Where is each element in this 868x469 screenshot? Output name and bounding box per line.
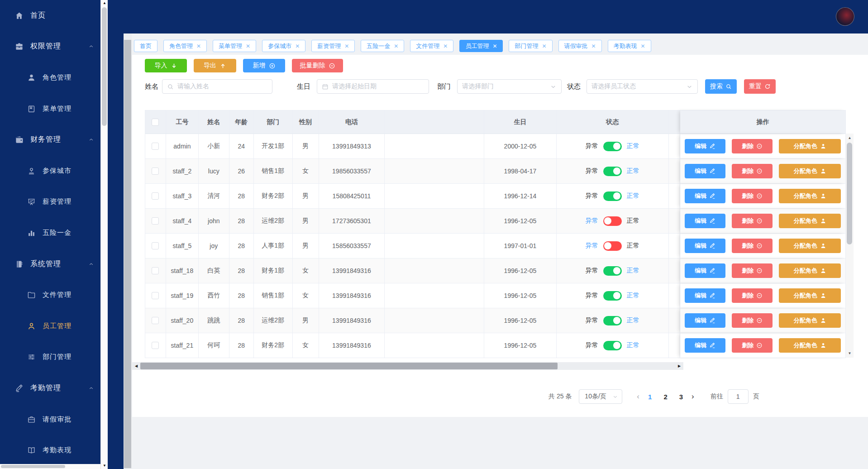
- sidebar-scrollbar-thumb[interactable]: [102, 7, 107, 126]
- sidebar-item-menus[interactable]: 菜单管理: [0, 93, 100, 124]
- close-icon[interactable]: ✕: [641, 43, 645, 49]
- tab-leave-approval[interactable]: 请假审批✕: [558, 40, 602, 52]
- row-checkbox[interactable]: [152, 242, 159, 249]
- sidebar-item-employees[interactable]: 员工管理: [0, 311, 100, 342]
- user-avatar[interactable]: [836, 7, 854, 26]
- edit-button[interactable]: 编辑: [685, 263, 725, 278]
- tab-home[interactable]: 首页: [134, 40, 157, 52]
- edit-button[interactable]: 编辑: [685, 214, 725, 228]
- status-select[interactable]: 请选择员工状态: [587, 79, 698, 94]
- sidebar-item-insurance[interactable]: 五险一金: [0, 217, 100, 249]
- tab-files[interactable]: 文件管理✕: [410, 40, 453, 52]
- edit-button[interactable]: 编辑: [685, 313, 725, 328]
- department-select[interactable]: 请选择部门: [457, 79, 562, 94]
- add-button[interactable]: 新增: [243, 59, 285, 72]
- sidebar-item-departments[interactable]: 部门管理: [0, 342, 100, 373]
- table-scrollbar-thumb[interactable]: [847, 143, 852, 244]
- delete-button[interactable]: 删除: [732, 313, 773, 328]
- sidebar-item-attendance[interactable]: 考勤管理: [0, 373, 100, 404]
- scroll-down-arrow-icon[interactable]: ▼: [101, 463, 108, 469]
- tab-insured-city[interactable]: 参保城市✕: [262, 40, 305, 52]
- row-checkbox[interactable]: [152, 317, 159, 324]
- sidebar-item-permissions[interactable]: 权限管理: [0, 31, 100, 62]
- row-checkbox[interactable]: [152, 192, 159, 200]
- delete-button[interactable]: 删除: [732, 164, 773, 178]
- delete-button[interactable]: 删除: [732, 338, 773, 353]
- status-toggle[interactable]: [603, 167, 622, 176]
- goto-page-input[interactable]: [728, 389, 749, 404]
- assign-role-button[interactable]: 分配角色: [779, 239, 841, 253]
- delete-button[interactable]: 删除: [732, 239, 773, 253]
- row-checkbox[interactable]: [152, 143, 159, 150]
- assign-role-button[interactable]: 分配角色: [779, 139, 841, 153]
- status-toggle[interactable]: [603, 142, 622, 151]
- sidebar-item-leave-approval[interactable]: 请假审批: [0, 404, 100, 435]
- sidebar-item-home[interactable]: 首页: [0, 0, 100, 31]
- delete-button[interactable]: 删除: [732, 139, 773, 153]
- row-checkbox[interactable]: [152, 292, 159, 299]
- edit-button[interactable]: 编辑: [685, 164, 725, 178]
- header-checkbox[interactable]: [152, 119, 159, 126]
- import-button[interactable]: 导入: [145, 59, 187, 72]
- page-number-button[interactable]: 3: [673, 393, 689, 401]
- sidebar-item-insured-city[interactable]: 参保城市: [0, 155, 100, 187]
- close-icon[interactable]: ✕: [542, 43, 546, 49]
- assign-role-button[interactable]: 分配角色: [779, 164, 841, 178]
- prev-page-button[interactable]: ‹: [634, 392, 642, 401]
- close-icon[interactable]: ✕: [196, 43, 201, 49]
- status-toggle[interactable]: [603, 291, 622, 301]
- export-button[interactable]: 导出: [194, 59, 236, 72]
- assign-role-button[interactable]: 分配角色: [779, 263, 841, 278]
- scroll-right-arrow-icon[interactable]: ▶: [675, 362, 683, 370]
- status-toggle[interactable]: [603, 341, 622, 350]
- sidebar-item-finance[interactable]: 财务管理: [0, 124, 100, 155]
- edit-button[interactable]: 编辑: [685, 139, 725, 153]
- tab-salary[interactable]: 薪资管理✕: [311, 40, 355, 52]
- content-scrollbar-thumb[interactable]: [124, 40, 131, 468]
- content-scrollbar[interactable]: [124, 34, 132, 469]
- close-icon[interactable]: ✕: [344, 43, 349, 49]
- assign-role-button[interactable]: 分配角色: [779, 338, 841, 353]
- page-number-button[interactable]: 1: [642, 393, 658, 401]
- table-vertical-scrollbar[interactable]: ▲ ▼: [846, 110, 854, 358]
- delete-button[interactable]: 删除: [732, 189, 773, 203]
- row-checkbox[interactable]: [152, 267, 159, 274]
- sidebar-item-files[interactable]: 文件管理: [0, 279, 100, 311]
- status-toggle[interactable]: [603, 316, 622, 325]
- status-toggle[interactable]: [603, 266, 622, 276]
- reset-button[interactable]: 重置: [744, 79, 776, 94]
- assign-role-button[interactable]: 分配角色: [779, 313, 841, 328]
- delete-button[interactable]: 删除: [732, 263, 773, 278]
- sidebar-item-roles[interactable]: 角色管理: [0, 62, 100, 93]
- close-icon[interactable]: ✕: [295, 43, 300, 49]
- row-checkbox[interactable]: [152, 342, 159, 349]
- tab-attendance-performance[interactable]: 考勤表现✕: [608, 40, 651, 52]
- edit-button[interactable]: 编辑: [685, 189, 725, 203]
- scroll-up-arrow-icon[interactable]: ▲: [846, 135, 854, 141]
- close-icon[interactable]: ✕: [394, 43, 398, 49]
- row-checkbox[interactable]: [152, 168, 159, 175]
- close-icon[interactable]: ✕: [246, 43, 250, 49]
- sidebar-scrollbar[interactable]: ▲ ▼: [100, 0, 108, 469]
- row-checkbox[interactable]: [152, 217, 159, 225]
- sidebar-horizontal-scrollbar[interactable]: [0, 464, 100, 469]
- scroll-down-arrow-icon[interactable]: ▼: [846, 350, 854, 357]
- assign-role-button[interactable]: 分配角色: [779, 288, 841, 303]
- sidebar-item-attendance-performance[interactable]: 考勤表现: [0, 435, 100, 466]
- delete-button[interactable]: 删除: [732, 288, 773, 303]
- scroll-left-arrow-icon[interactable]: ◀: [132, 362, 140, 370]
- tab-departments[interactable]: 部门管理✕: [509, 40, 552, 52]
- status-toggle[interactable]: [603, 241, 622, 251]
- tab-employees[interactable]: 员工管理✕: [459, 40, 503, 52]
- status-toggle[interactable]: [603, 216, 622, 226]
- edit-button[interactable]: 编辑: [685, 338, 725, 353]
- birthday-filter-input[interactable]: 请选择起始日期: [317, 79, 429, 94]
- tab-roles[interactable]: 角色管理✕: [163, 40, 207, 52]
- status-toggle[interactable]: [603, 191, 622, 201]
- page-size-select[interactable]: 10条/页: [579, 389, 622, 404]
- close-icon[interactable]: ✕: [591, 43, 596, 49]
- delete-button[interactable]: 删除: [732, 214, 773, 228]
- batch-delete-button[interactable]: 批量删除: [292, 59, 343, 72]
- close-icon[interactable]: ✕: [443, 43, 448, 49]
- sidebar-item-system[interactable]: 系统管理: [0, 249, 100, 280]
